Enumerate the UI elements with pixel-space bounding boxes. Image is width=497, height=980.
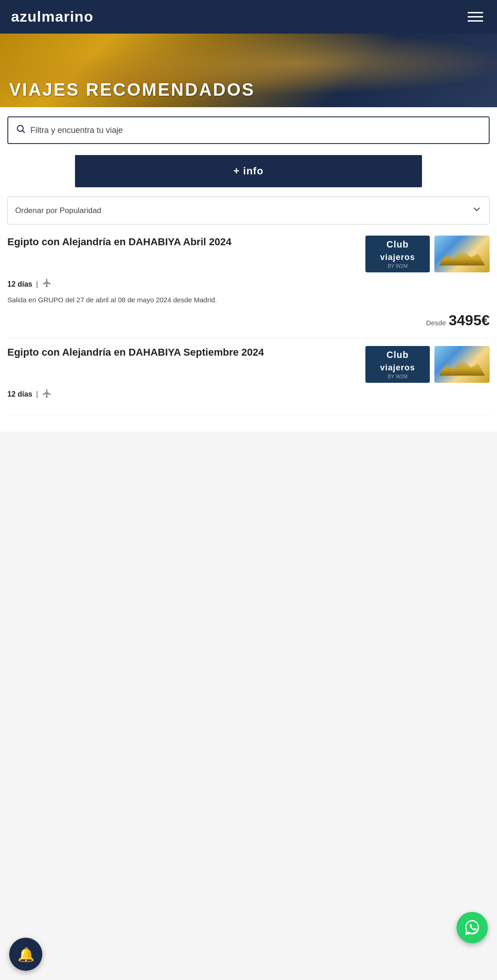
price-desde-label: Desde — [426, 319, 446, 327]
badge-club-label: Club — [387, 239, 409, 250]
sort-label: Ordenar por Popularidad — [15, 206, 101, 215]
badge-club-label: Club — [387, 350, 409, 360]
hero-title: VIAJES RECOMENDADOS — [0, 73, 264, 107]
hero-banner: VIAJES RECOMENDADOS — [0, 34, 497, 107]
badge-w2m-label: BY W2M — [387, 374, 407, 379]
chevron-down-icon — [472, 204, 482, 217]
trip-thumbnail — [434, 346, 490, 383]
badge-viajeros-label: viajeros — [380, 363, 415, 373]
trip-card-top: Egipto con Alejandría en DAHABIYA Abril … — [7, 236, 490, 272]
search-bar[interactable]: Filtra y encuentra tu viaje — [7, 116, 490, 144]
trip-days: 12 días — [7, 390, 32, 398]
site-header: azulmarino — [0, 0, 497, 34]
trip-thumbnail — [434, 236, 490, 272]
trip-description: Salida en GRUPO del 27 de abril al 08 de… — [7, 295, 490, 306]
trip-badge-club-viajeros: Club viajeros BY W2M — [365, 236, 430, 272]
hamburger-line-3 — [468, 20, 483, 22]
info-button-wrapper: + info — [7, 155, 490, 187]
hamburger-menu-button[interactable] — [465, 9, 486, 24]
trip-card: Egipto con Alejandría en DAHABIYA Abril … — [7, 236, 490, 339]
search-placeholder: Filtra y encuentra tu viaje — [30, 126, 123, 135]
svg-line-1 — [23, 131, 24, 133]
trip-title: Egipto con Alejandría en DAHABIYA Abril … — [7, 236, 361, 249]
trip-meta: 12 días | — [7, 278, 490, 290]
trip-meta: 12 días | — [7, 388, 490, 401]
trip-title: Egipto con Alejandría en DAHABIYA Septie… — [7, 346, 361, 359]
trip-days: 12 días — [7, 280, 32, 288]
trip-badge-club-viajeros: Club viajeros BY W2M — [365, 346, 430, 383]
logo: azulmarino — [11, 8, 93, 25]
main-content: Filtra y encuentra tu viaje + info Orden… — [0, 107, 497, 432]
trip-thumbnail-image — [434, 346, 490, 383]
trip-price-row: Desde 3495€ — [7, 312, 490, 329]
hamburger-line-1 — [468, 12, 483, 13]
info-button[interactable]: + info — [75, 155, 422, 187]
trip-price: 3495€ — [449, 312, 490, 329]
plane-icon — [42, 388, 52, 401]
meta-separator: | — [36, 280, 38, 288]
badge-viajeros-label: viajeros — [380, 253, 415, 262]
trip-thumbnail-image — [434, 236, 490, 272]
trip-card-top: Egipto con Alejandría en DAHABIYA Septie… — [7, 346, 490, 383]
plane-icon — [42, 278, 52, 290]
search-icon — [16, 124, 26, 137]
badge-w2m-label: BY W2M — [387, 263, 407, 269]
sort-dropdown[interactable]: Ordenar por Popularidad — [7, 196, 490, 225]
meta-separator: | — [36, 390, 38, 398]
trip-card: Egipto con Alejandría en DAHABIYA Septie… — [7, 346, 490, 415]
hamburger-line-2 — [468, 16, 483, 17]
